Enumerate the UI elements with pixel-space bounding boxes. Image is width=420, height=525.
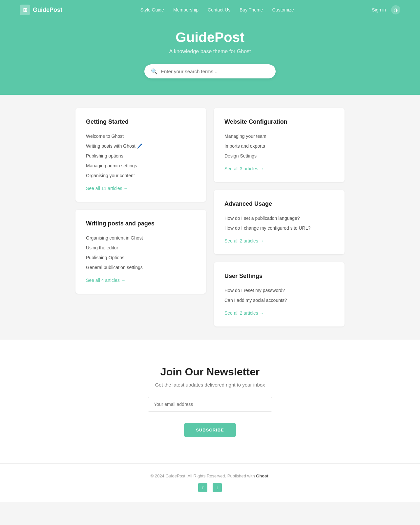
category-title-writing-posts: Writing posts and pages xyxy=(86,220,196,227)
hero-subtitle: A knowledge base theme for Ghost xyxy=(7,49,413,54)
category-card-advanced-usage: Advanced Usage How do I set a publicatio… xyxy=(214,190,345,254)
theme-toggle-button[interactable]: ◑ xyxy=(391,5,400,14)
see-all-user-settings[interactable]: See all 2 articles → xyxy=(224,310,264,316)
nav-style-guide[interactable]: Style Guide xyxy=(140,7,164,12)
newsletter-subtitle: Get the latest updates delivered right t… xyxy=(7,382,413,388)
nav-customize[interactable]: Customize xyxy=(272,7,294,12)
article-list-getting-started: Welcome to Ghost Writing posts with Ghos… xyxy=(86,131,196,180)
list-item[interactable]: Using the editor xyxy=(86,243,196,253)
article-list-advanced-usage: How do I set a publication language? How… xyxy=(224,213,334,233)
hero-title: GuidePost xyxy=(7,30,413,45)
list-item[interactable]: Publishing options xyxy=(86,151,196,161)
twitter-icon[interactable]: t xyxy=(213,483,222,492)
logo[interactable]: ⊞ GuidePost xyxy=(20,5,62,15)
social-links: f t xyxy=(7,483,413,492)
article-list-website-config: Managing your team Imports and exports D… xyxy=(224,131,334,161)
hero-content: GuidePost A knowledge base theme for Gho… xyxy=(0,20,420,78)
list-item[interactable]: General publication settings xyxy=(86,262,196,272)
search-icon: 🔍 xyxy=(151,68,158,74)
logo-text: GuidePost xyxy=(33,7,62,13)
main-content: Getting Started Welcome to Ghost Writing… xyxy=(69,108,351,326)
newsletter-title: Join Our Newsletter xyxy=(7,366,413,378)
nav-contact-us[interactable]: Contact Us xyxy=(208,7,230,12)
hero-section: ⊞ GuidePost Style Guide Membership Conta… xyxy=(0,0,420,95)
category-card-getting-started: Getting Started Welcome to Ghost Writing… xyxy=(75,108,206,202)
nav-membership[interactable]: Membership xyxy=(173,7,199,12)
subscribe-button[interactable]: SUBSCRIBE xyxy=(184,423,236,437)
search-box: 🔍 xyxy=(144,64,276,78)
nav-links: Style Guide Membership Contact Us Buy Th… xyxy=(140,7,294,13)
sign-in-link[interactable]: Sign in xyxy=(372,7,386,12)
category-title-user-settings: User Settings xyxy=(224,273,334,280)
email-input[interactable] xyxy=(148,397,272,412)
newsletter-section: Join Our Newsletter Get the latest updat… xyxy=(0,340,420,463)
search-input[interactable] xyxy=(161,69,269,74)
article-list-writing-posts: Organising content in Ghost Using the ed… xyxy=(86,233,196,272)
list-item[interactable]: Managing admin settings xyxy=(86,161,196,171)
left-column: Getting Started Welcome to Ghost Writing… xyxy=(75,108,206,326)
category-title-website-config: Website Configuration xyxy=(224,118,334,125)
list-item[interactable]: Writing posts with Ghost 🖊️ xyxy=(86,141,196,151)
list-item[interactable]: How do I set a publication language? xyxy=(224,213,334,223)
category-card-user-settings: User Settings How do I reset my password… xyxy=(214,262,345,326)
see-all-writing-posts[interactable]: See all 4 articles → xyxy=(86,278,126,283)
facebook-icon[interactable]: f xyxy=(198,483,207,492)
right-column: Website Configuration Managing your team… xyxy=(214,108,345,326)
ghost-link[interactable]: Ghost xyxy=(256,473,268,478)
list-item[interactable]: Can I add my social accounts? xyxy=(224,295,334,305)
list-item[interactable]: Organising your content xyxy=(86,171,196,180)
see-all-website-config[interactable]: See all 3 articles → xyxy=(224,166,264,171)
list-item[interactable]: How do I reset my password? xyxy=(224,285,334,295)
navbar: ⊞ GuidePost Style Guide Membership Conta… xyxy=(0,0,420,20)
logo-icon: ⊞ xyxy=(20,5,30,15)
category-title-advanced-usage: Advanced Usage xyxy=(224,200,334,207)
see-all-getting-started[interactable]: See all 11 articles → xyxy=(86,186,128,191)
category-title-getting-started: Getting Started xyxy=(86,118,196,125)
footer: © 2024 GuidePost. All Rights Reserved. P… xyxy=(0,463,420,502)
article-list-user-settings: How do I reset my password? Can I add my… xyxy=(224,285,334,305)
list-item[interactable]: Design Settings xyxy=(224,151,334,161)
list-item[interactable]: Imports and exports xyxy=(224,141,334,151)
list-item[interactable]: How do I change my configured site URL? xyxy=(224,223,334,233)
list-item[interactable]: Publishing Options xyxy=(86,253,196,262)
list-item[interactable]: Welcome to Ghost xyxy=(86,131,196,141)
category-card-writing-posts: Writing posts and pages Organising conte… xyxy=(75,210,206,294)
list-item[interactable]: Managing your team xyxy=(224,131,334,141)
footer-copyright: © 2024 GuidePost. All Rights Reserved. P… xyxy=(7,473,413,478)
list-item[interactable]: Organising content in Ghost xyxy=(86,233,196,243)
nav-right: Sign in ◑ xyxy=(372,5,400,14)
see-all-advanced-usage[interactable]: See all 2 articles → xyxy=(224,238,264,243)
nav-buy-theme[interactable]: Buy Theme xyxy=(240,7,263,12)
category-card-website-config: Website Configuration Managing your team… xyxy=(214,108,345,182)
